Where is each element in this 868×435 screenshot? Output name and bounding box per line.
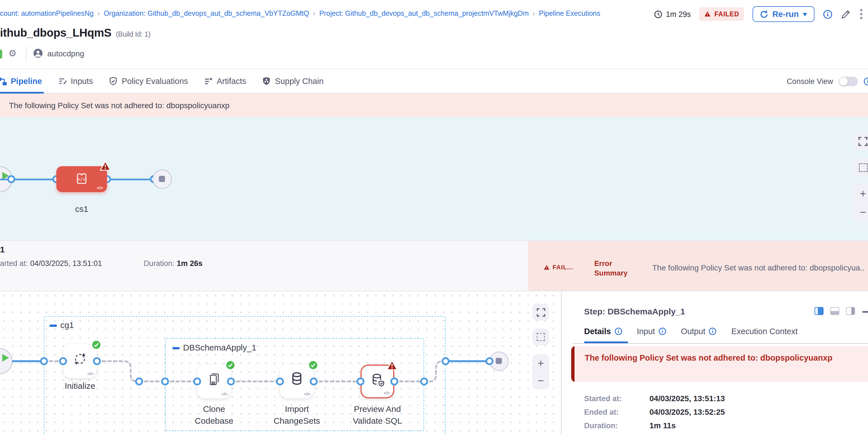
tab-execution-context[interactable]: Execution Context (732, 327, 798, 336)
tab-pipeline[interactable]: Pipeline (0, 69, 44, 93)
edit-pencil-icon[interactable] (841, 9, 850, 19)
success-badge-icon (308, 360, 318, 370)
elapsed-value: 1m 29s (666, 10, 691, 18)
step-details-panel: Step: DBSchemaApply_1 Details Input Outp… (562, 291, 868, 435)
more-options-icon[interactable] (859, 8, 864, 20)
breadcrumb-separator: › (313, 9, 315, 18)
stage-graph-canvas[interactable]: </> </> cs1 + − (0, 117, 868, 241)
zoom-controls: + − (853, 184, 868, 221)
zoom-in-button[interactable]: + (860, 188, 866, 199)
start-node (0, 348, 12, 374)
zoom-controls: + − (532, 354, 549, 390)
tab-pipeline-label: Pipeline (11, 76, 42, 86)
layout-right-view-icon[interactable] (846, 307, 855, 315)
fullscreen-button[interactable] (853, 132, 868, 150)
connector-port (420, 377, 428, 385)
layout-split-view-icon[interactable] (814, 307, 824, 315)
tab-policy-evaluations[interactable]: Policy Evaluations (107, 69, 190, 93)
started-at: arted at: 04/03/2025, 13:51:01 (0, 259, 102, 268)
started-value: 04/03/2025, 13:51:01 (30, 259, 102, 268)
connector-port (310, 377, 318, 385)
fullscreen-button[interactable] (532, 304, 549, 321)
breadcrumb-account[interactable]: count: automationPipelinesNg (0, 9, 93, 18)
tab-supply-chain-label: Supply Chain (275, 76, 323, 86)
pipeline-icon (0, 76, 7, 86)
breadcrumb-project[interactable]: Project: Github_db_devops_aut_db_schema_… (319, 9, 529, 18)
inputs-icon (58, 76, 67, 86)
started-label: arted at: (0, 259, 28, 268)
breadcrumb-separator: › (533, 9, 535, 18)
policy-violation-banner: The following Policy Set was not adhered… (0, 94, 868, 117)
info-icon[interactable] (864, 77, 868, 85)
zoom-out-button[interactable]: − (538, 375, 544, 386)
info-icon[interactable] (709, 328, 717, 335)
connector-port (161, 377, 169, 385)
minimize-icon[interactable] (862, 311, 868, 312)
tab-inputs[interactable]: Inputs (56, 69, 95, 93)
layout-bottom-view-icon[interactable] (830, 307, 839, 315)
initialize-icon (71, 350, 88, 367)
info-icon[interactable] (823, 9, 833, 19)
connector-port (442, 357, 450, 365)
tabs-divider (573, 343, 868, 344)
refresh-icon (760, 10, 769, 18)
tab-inputs-label: Inputs (71, 76, 93, 86)
duration-label: Duration: (144, 259, 175, 268)
connector-port (390, 377, 398, 385)
warning-icon (544, 264, 550, 270)
connector-port (356, 377, 365, 385)
tab-supply-chain[interactable]: Supply Chain (260, 69, 325, 93)
step-error-text: The following Policy Set was not adhered… (585, 353, 833, 362)
info-icon[interactable] (614, 328, 622, 335)
svg-text:</>: </> (78, 177, 85, 182)
multi-select-button[interactable] (853, 158, 868, 176)
step-panel-title: Step: DBSchemaApply_1 (584, 307, 685, 316)
info-icon[interactable] (658, 328, 666, 335)
step-label-preview-validate-sql: Preview AndValidate SQL (338, 403, 417, 427)
gear-icon[interactable]: ⚙ (8, 48, 17, 59)
stage-name-cut: 1 (0, 245, 5, 254)
step-node-initialize[interactable]: </> (63, 344, 97, 378)
failed-badge-icon (100, 161, 111, 171)
database-validate-icon (368, 371, 386, 390)
execution-title: ithub_dbops_LHqmS (0, 27, 111, 39)
tab-details[interactable]: Details (584, 327, 622, 336)
console-view-control: Console View (786, 69, 868, 93)
tab-artifacts-label: Artifacts (217, 76, 246, 86)
breadcrumb-separator: › (97, 9, 100, 18)
tab-details-label: Details (584, 327, 611, 336)
failed-badge-icon (386, 360, 398, 371)
multi-select-button[interactable] (532, 329, 549, 345)
collapse-icon[interactable] (50, 324, 57, 327)
connector-port (276, 377, 284, 385)
tab-input[interactable]: Input (637, 327, 666, 336)
detail-value: 1m 11s (649, 421, 676, 430)
connector-port (135, 377, 143, 385)
meta-row: ⚙ autocdpng (0, 48, 868, 60)
breadcrumb-pipeline-executions[interactable]: Pipeline Executions (539, 9, 600, 18)
tab-execution-context-label: Execution Context (732, 327, 798, 336)
shield-check-icon (109, 76, 118, 86)
edge (107, 178, 154, 180)
collapse-icon[interactable] (173, 347, 180, 349)
console-view-toggle[interactable] (839, 76, 858, 86)
stage-node-cs1[interactable]: </> </> (56, 166, 107, 192)
step-label-import-changesets: ImportChangeSets (260, 403, 334, 427)
tab-output[interactable]: Output (681, 327, 717, 336)
breadcrumb-organization[interactable]: Organization: Github_db_devops_aut_db_sc… (104, 9, 309, 18)
step-node-preview-validate-sql[interactable]: </> (361, 365, 394, 398)
rerun-button[interactable]: Re-run (753, 6, 814, 22)
error-summary-label: ErrorSummary (594, 259, 628, 278)
pipeline-execution-page: count: automationPipelinesNg › Organizat… (0, 0, 868, 435)
step-node-clone-codebase[interactable]: </> (197, 365, 231, 398)
zoom-out-button[interactable]: − (860, 207, 866, 218)
stage-summary-bar: 1 arted at: 04/03/2025, 13:51:01 Duratio… (0, 241, 868, 291)
step-node-import-changesets[interactable]: </> (280, 365, 314, 398)
zoom-in-button[interactable]: + (538, 358, 544, 369)
tab-artifacts[interactable]: Artifacts (202, 69, 248, 93)
supply-chain-icon (262, 76, 271, 86)
execution-graph-canvas[interactable]: cg1 DBSchemaApply_1 </> Initialize (0, 291, 561, 435)
tabs: Pipeline Inputs Policy Evaluations (0, 69, 325, 93)
step-label-clone-codebase: CloneCodebase (178, 403, 251, 427)
stage-label: cs1 (56, 204, 107, 214)
